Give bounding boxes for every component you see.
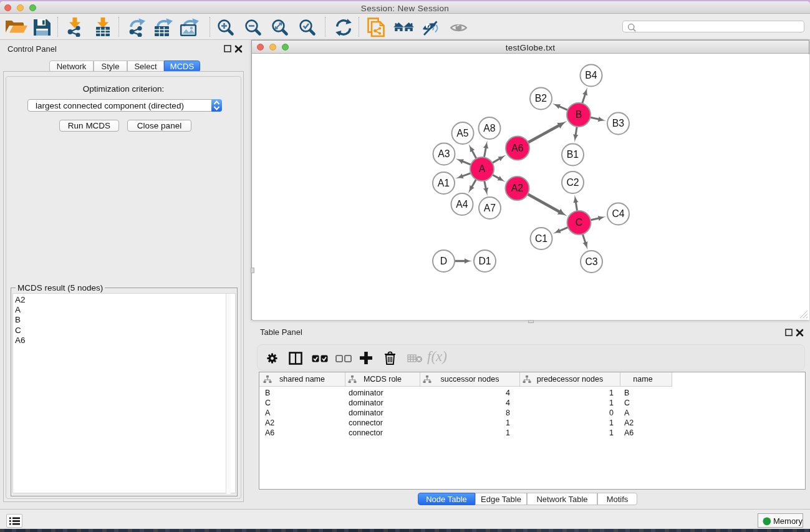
svg-text:A5: A5: [456, 128, 469, 138]
svg-text:A2: A2: [511, 183, 523, 193]
svg-text:B3: B3: [612, 118, 625, 128]
svg-text:C: C: [576, 217, 582, 228]
svg-text:A4: A4: [456, 199, 468, 210]
svg-text:B4: B4: [585, 70, 597, 80]
svg-text:D: D: [440, 256, 447, 266]
svg-text:A6: A6: [511, 143, 524, 153]
svg-text:C2: C2: [566, 177, 579, 188]
svg-text:C1: C1: [535, 233, 547, 244]
svg-text:A7: A7: [484, 203, 496, 213]
svg-text:A: A: [479, 163, 486, 174]
svg-text:A8: A8: [483, 123, 496, 133]
svg-text:B1: B1: [567, 149, 579, 160]
svg-text:B2: B2: [535, 93, 547, 104]
svg-text:C3: C3: [585, 256, 597, 267]
svg-text:A1: A1: [438, 178, 450, 188]
svg-text:A3: A3: [438, 148, 450, 159]
svg-text:B: B: [576, 109, 582, 120]
svg-text:D1: D1: [478, 256, 491, 266]
svg-text:C4: C4: [612, 208, 624, 219]
